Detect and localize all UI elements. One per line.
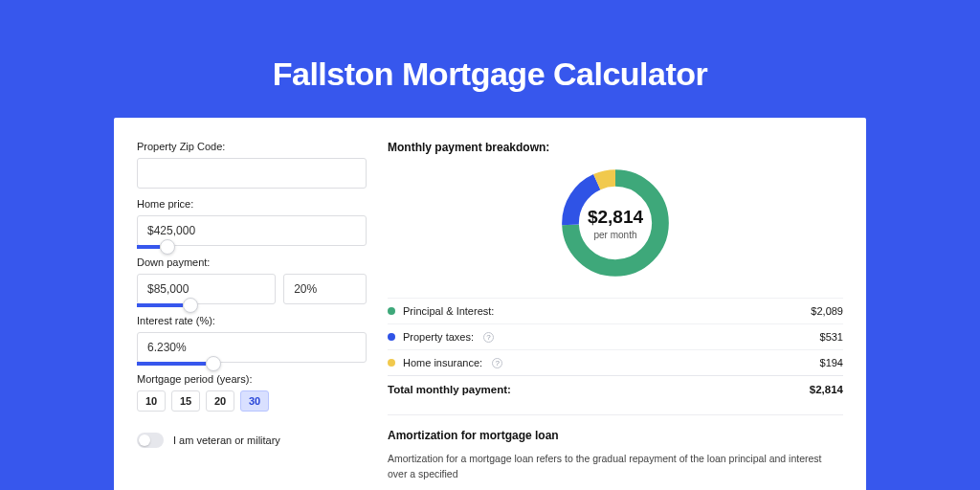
label-period: Mortgage period (years): (137, 373, 367, 385)
interest-rate-slider[interactable] (137, 362, 367, 364)
total-label: Total monthly payment: (388, 384, 511, 395)
label-zip: Property Zip Code: (137, 141, 367, 152)
toggle-knob-icon (139, 434, 150, 446)
inputs-column: Property Zip Code: Home price: Down paym… (137, 141, 367, 490)
donut-center-value: $2,814 (588, 207, 643, 228)
label-interest-rate: Interest rate (%): (137, 315, 367, 326)
info-icon[interactable]: ? (492, 358, 502, 368)
label-veteran: I am veteran or military (173, 434, 280, 446)
legend-label-principal: Principal & Interest: (403, 305, 494, 317)
amortization-title: Amortization for mortgage loan (388, 429, 843, 442)
legend-value-principal: $2,089 (811, 305, 843, 317)
amortization-section: Amortization for mortgage loan Amortizat… (388, 414, 843, 482)
breakdown-column: Monthly payment breakdown: $2,814 per mo… (388, 141, 843, 490)
home-price-slider[interactable] (137, 245, 367, 247)
swatch-taxes-icon (388, 333, 395, 341)
field-home-price: Home price: (137, 198, 367, 247)
breakdown-title: Monthly payment breakdown: (388, 141, 843, 154)
slider-thumb-icon[interactable] (160, 239, 175, 255)
page-title: Fallston Mortgage Calculator (0, 0, 980, 118)
legend-row-taxes: Property taxes: ? $531 (388, 323, 843, 349)
swatch-principal-icon (388, 307, 395, 315)
legend-value-taxes: $531 (820, 331, 843, 343)
legend-row-insurance: Home insurance: ? $194 (388, 349, 843, 375)
field-down-payment: Down payment: (137, 256, 367, 305)
legend-label-insurance: Home insurance: (403, 357, 482, 368)
period-option-30[interactable]: 30 (240, 390, 269, 412)
donut-chart: $2,814 per month (556, 164, 675, 282)
legend-label-taxes: Property taxes: (403, 331, 474, 343)
down-payment-slider[interactable] (137, 303, 367, 305)
interest-rate-input[interactable] (137, 332, 367, 363)
info-icon[interactable]: ? (483, 332, 494, 343)
down-payment-percent-input[interactable] (283, 274, 367, 304)
field-period: Mortgage period (years): 10 15 20 30 (137, 373, 367, 412)
period-option-10[interactable]: 10 (137, 390, 166, 412)
slider-thumb-icon[interactable] (206, 356, 221, 371)
donut-center: $2,814 per month (556, 164, 675, 282)
zip-input[interactable] (137, 158, 367, 189)
veteran-toggle[interactable] (137, 433, 164, 448)
field-veteran: I am veteran or military (137, 433, 367, 448)
period-pills: 10 15 20 30 (137, 390, 367, 412)
down-payment-amount-input[interactable] (137, 274, 276, 304)
legend-value-insurance: $194 (820, 357, 843, 368)
donut-chart-wrap: $2,814 per month (388, 164, 843, 282)
period-option-15[interactable]: 15 (171, 390, 200, 412)
total-row: Total monthly payment: $2,814 (388, 375, 843, 403)
period-option-20[interactable]: 20 (206, 390, 234, 412)
label-down-payment: Down payment: (137, 256, 367, 268)
total-value: $2,814 (810, 384, 843, 395)
amortization-body: Amortization for a mortgage loan refers … (388, 452, 843, 482)
slider-thumb-icon[interactable] (183, 298, 198, 313)
swatch-insurance-icon (388, 359, 395, 367)
field-interest-rate: Interest rate (%): (137, 315, 367, 364)
calculator-card: Property Zip Code: Home price: Down paym… (114, 118, 866, 490)
field-zip: Property Zip Code: (137, 141, 367, 189)
legend-row-principal: Principal & Interest: $2,089 (388, 298, 843, 323)
label-home-price: Home price: (137, 198, 367, 210)
donut-center-sub: per month (593, 230, 636, 240)
